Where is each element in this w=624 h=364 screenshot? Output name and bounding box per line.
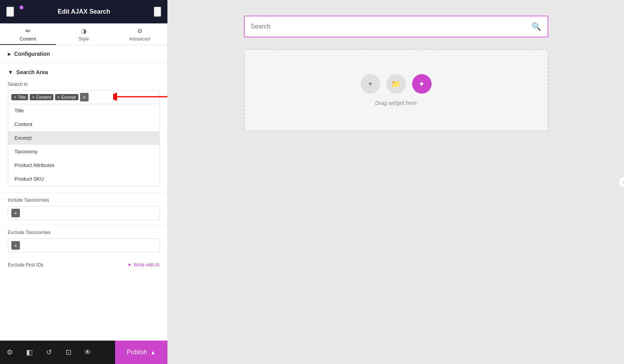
publish-label: Publish bbox=[127, 349, 147, 356]
exclude-post-ids-label: Exclude Post IDs bbox=[8, 262, 43, 268]
advanced-tab-icon: ⚙ bbox=[137, 27, 142, 35]
search-in-tags-container[interactable]: × Title × Content × Excerpt + bbox=[8, 90, 160, 104]
tab-advanced-label: Advanced bbox=[129, 36, 150, 42]
configuration-label: Configuration bbox=[14, 51, 50, 57]
grid-icon-button[interactable]: ⊞ bbox=[154, 7, 161, 17]
drop-zone-icons: + 📁 ✦ bbox=[361, 74, 432, 94]
exclude-taxonomies-add-button[interactable]: + bbox=[11, 241, 20, 250]
exclude-taxonomies-label: Exclude Taxonomies bbox=[8, 230, 160, 235]
tag-excerpt-label: Excerpt bbox=[61, 95, 76, 99]
configuration-header[interactable]: ▶ Configuration bbox=[0, 45, 167, 62]
search-area-section: ▼ Search Area Search in × Title × Conten… bbox=[0, 63, 167, 192]
style-tab-icon: ◑ bbox=[81, 27, 87, 35]
hamburger-menu-button[interactable]: ☰ bbox=[6, 7, 14, 17]
tab-content[interactable]: ✏ Content bbox=[0, 23, 56, 45]
search-preview-input[interactable] bbox=[245, 18, 525, 36]
bottom-icons-group: ⚙ ◧ ↺ ⊡ 👁 bbox=[0, 341, 115, 364]
search-area-label: Search Area bbox=[16, 69, 48, 75]
tag-excerpt-x[interactable]: × bbox=[57, 95, 60, 99]
tag-content[interactable]: × Content bbox=[30, 94, 53, 100]
layers-icon-button[interactable]: ◧ bbox=[20, 341, 39, 364]
configuration-section: ▶ Configuration bbox=[0, 45, 167, 63]
panel-content: ▶ Configuration ▼ Search Area Search in … bbox=[0, 45, 167, 341]
tag-excerpt[interactable]: × Excerpt bbox=[55, 94, 78, 100]
tab-content-label: Content bbox=[20, 36, 36, 42]
settings-icon-button[interactable]: ⚙ bbox=[0, 341, 20, 364]
sparkle-icon: ✦ bbox=[127, 262, 132, 268]
add-tag-button[interactable]: + bbox=[80, 93, 89, 101]
search-in-label: Search in bbox=[8, 82, 160, 87]
include-taxonomies-input[interactable]: + bbox=[8, 206, 160, 220]
main-area: ‹ 🔍 + 📁 ✦ Drag widget here bbox=[168, 0, 624, 364]
dropdown-item-taxonomy[interactable]: Taxonomy bbox=[8, 145, 159, 158]
left-panel: ☰ Edit AJAX Search ⊞ ✏ Content ◑ Style ⚙… bbox=[0, 0, 168, 364]
dropdown-item-excerpt[interactable]: Excerpt bbox=[8, 131, 159, 145]
tab-advanced[interactable]: ⚙ Advanced bbox=[112, 23, 167, 45]
dropdown-item-product-sku[interactable]: Product SKU bbox=[8, 172, 159, 186]
publish-expand-icon: ▲ bbox=[150, 349, 156, 355]
history-icon-button[interactable]: ↺ bbox=[39, 341, 59, 364]
tag-title-label: Title bbox=[18, 95, 25, 99]
exclude-taxonomies-input[interactable]: + bbox=[8, 238, 160, 252]
dropdown-item-content[interactable]: Content bbox=[8, 117, 159, 131]
folder-icon-button[interactable]: 📁 bbox=[386, 74, 406, 94]
bottom-bar: ⚙ ◧ ↺ ⊡ 👁 Publish ▲ bbox=[0, 341, 167, 364]
ai-sparkle-button[interactable]: ✦ bbox=[412, 74, 432, 94]
responsive-icon-button[interactable]: ⊡ bbox=[59, 341, 78, 364]
exclude-taxonomies-section: Exclude Taxonomies + bbox=[0, 225, 167, 257]
panel-title: Edit AJAX Search bbox=[58, 8, 110, 15]
configuration-arrow-icon: ▶ bbox=[8, 52, 11, 56]
content-tab-icon: ✏ bbox=[25, 27, 30, 35]
publish-button[interactable]: Publish ▲ bbox=[115, 341, 167, 364]
tag-content-x[interactable]: × bbox=[32, 95, 34, 99]
dropdown-item-title[interactable]: Title bbox=[8, 104, 159, 117]
exclude-post-ids-row: Exclude Post IDs ✦ Write with AI bbox=[0, 257, 167, 268]
tag-content-label: Content bbox=[36, 95, 51, 99]
panel-tabs: ✏ Content ◑ Style ⚙ Advanced bbox=[0, 23, 167, 45]
purple-dot bbox=[20, 5, 23, 9]
search-area-header[interactable]: ▼ Search Area bbox=[8, 69, 160, 75]
preview-icon-button[interactable]: 👁 bbox=[78, 341, 98, 364]
include-taxonomies-add-button[interactable]: + bbox=[11, 209, 20, 217]
include-taxonomies-label: Include Taxonomies bbox=[8, 197, 160, 203]
tag-title-x[interactable]: × bbox=[14, 95, 16, 99]
drop-zone: + 📁 ✦ Drag widget here bbox=[244, 49, 548, 131]
tag-title[interactable]: × Title bbox=[11, 94, 28, 100]
search-widget-preview: 🔍 bbox=[244, 16, 548, 37]
write-ai-label: Write with AI bbox=[134, 262, 160, 268]
include-taxonomies-section: Include Taxonomies + bbox=[0, 192, 167, 225]
search-area-arrow-icon: ▼ bbox=[8, 69, 13, 75]
drag-widget-text: Drag widget here bbox=[375, 100, 417, 106]
search-preview-icon-button[interactable]: 🔍 bbox=[525, 16, 548, 37]
collapse-panel-button[interactable]: ‹ bbox=[619, 177, 624, 188]
search-in-dropdown: Title Content Excerpt Taxonomy Product A… bbox=[8, 104, 160, 186]
tab-style[interactable]: ◑ Style bbox=[56, 23, 112, 45]
add-widget-button[interactable]: + bbox=[361, 74, 380, 94]
panel-header: ☰ Edit AJAX Search ⊞ bbox=[0, 0, 167, 23]
tab-style-label: Style bbox=[78, 36, 89, 42]
dropdown-item-product-attributes[interactable]: Product Attributes bbox=[8, 158, 159, 172]
write-with-ai-button[interactable]: ✦ Write with AI bbox=[127, 262, 160, 268]
